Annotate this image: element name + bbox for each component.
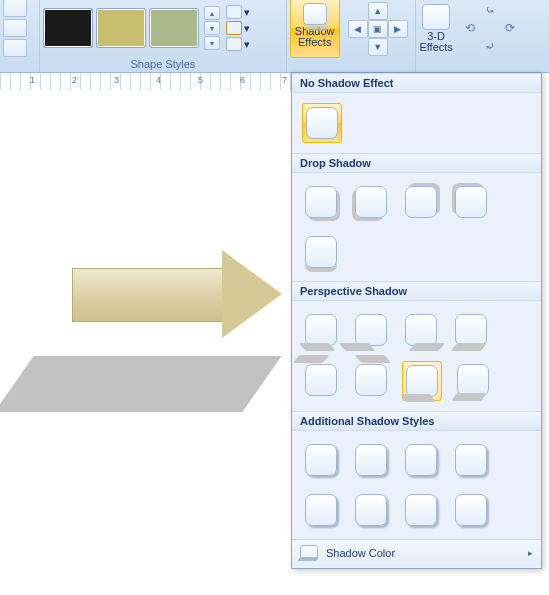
perspective-shadow-2[interactable] xyxy=(352,311,390,349)
gallery-more-icon[interactable]: ▾ xyxy=(204,36,220,50)
perspective-shadow-3[interactable] xyxy=(402,311,440,349)
chip-icon xyxy=(455,314,487,346)
drop-shadow-2[interactable] xyxy=(352,183,390,221)
shadow-none[interactable] xyxy=(302,103,342,143)
chip-icon xyxy=(355,186,387,218)
shadow-effects-group: Shadow Effects ▲ ▼ ◀ ▶ ▣ xyxy=(287,0,417,72)
insert-shapes-group xyxy=(0,0,40,72)
perspective-shadow-4[interactable] xyxy=(452,311,490,349)
shadow-effects-icon xyxy=(303,3,327,25)
arrow-shadow xyxy=(0,356,282,412)
shape-preset-3[interactable] xyxy=(3,39,27,57)
chip-icon xyxy=(455,494,487,526)
additional-shadow-8[interactable] xyxy=(452,491,490,529)
chip-icon xyxy=(405,494,437,526)
submenu-arrow-icon: ▸ xyxy=(528,548,533,558)
ruler-mark: 5 xyxy=(198,75,203,85)
shadow-nudge-pad: ▲ ▼ ◀ ▶ ▣ xyxy=(347,2,407,54)
three-d-button[interactable]: 3-D Effects xyxy=(419,4,452,53)
chip-icon xyxy=(355,494,387,526)
ruler-mark: 4 xyxy=(156,75,161,85)
paint-bucket-icon xyxy=(226,5,242,19)
shadow-group-label xyxy=(290,57,413,72)
chip-icon xyxy=(306,107,338,139)
chip-icon xyxy=(405,444,437,476)
style-gallery-scroll: ▴ ▾ ▾ xyxy=(204,6,220,50)
chip-icon xyxy=(305,186,337,218)
shape-style-sage[interactable] xyxy=(149,8,199,48)
tilt-up[interactable]: ⤿ xyxy=(481,2,499,18)
perspective-shadow-5[interactable] xyxy=(302,361,340,399)
three-d-label: 3-D Effects xyxy=(419,31,452,53)
chip-icon xyxy=(355,314,387,346)
chip-icon xyxy=(405,314,437,346)
tilt-down[interactable]: ⤾ xyxy=(481,38,499,54)
additional-shadow-2[interactable] xyxy=(352,441,390,479)
chip-icon xyxy=(305,444,337,476)
nudge-shadow-down[interactable]: ▼ xyxy=(368,38,388,56)
section-no-shadow: No Shadow Effect xyxy=(292,73,541,93)
chip-icon xyxy=(305,236,337,268)
insert-shapes-label xyxy=(3,57,36,72)
section-perspective-shadow: Perspective Shadow xyxy=(292,281,541,301)
perspective-shadow-6[interactable] xyxy=(352,361,390,399)
chip-icon xyxy=(455,444,487,476)
three-d-group: 3-D Effects ⤿ ⤾ ⟲ ⟳ xyxy=(416,0,549,72)
additional-shadow-3[interactable] xyxy=(402,441,440,479)
ruler-mark: 1 xyxy=(30,75,35,85)
tilt-left[interactable]: ⟲ xyxy=(461,20,479,36)
tilt-right[interactable]: ⟳ xyxy=(501,20,519,36)
chip-icon xyxy=(355,444,387,476)
chip-icon xyxy=(455,186,487,218)
nudge-shadow-right[interactable]: ▶ xyxy=(388,20,408,38)
drop-shadow-3[interactable] xyxy=(402,183,440,221)
drop-shadow-5[interactable] xyxy=(302,233,340,271)
additional-shadow-4[interactable] xyxy=(452,441,490,479)
chip-icon xyxy=(355,364,387,396)
shape-fill-button[interactable]: ▾ xyxy=(226,5,256,19)
shape-outline-button[interactable]: ▾ xyxy=(226,21,256,35)
gallery-down-icon[interactable]: ▾ xyxy=(204,21,220,35)
shadow-color-menu[interactable]: Shadow Color ▸ xyxy=(292,539,541,566)
perspective-shadow-8[interactable] xyxy=(454,361,492,399)
shape-style-black[interactable] xyxy=(43,8,93,48)
ruler-mark: 6 xyxy=(240,75,245,85)
shape-preset-1[interactable] xyxy=(3,0,27,17)
drop-shadow-1[interactable] xyxy=(302,183,340,221)
ruler-mark: 2 xyxy=(72,75,77,85)
ribbon: ▴ ▾ ▾ ▾ ▾ ▾ Shape Styles Shadow Effects … xyxy=(0,0,549,73)
ruler-mark: 3 xyxy=(114,75,119,85)
three-d-group-label xyxy=(419,57,546,72)
shape-preset-2[interactable] xyxy=(3,19,27,37)
shadow-color-icon xyxy=(300,545,318,561)
drop-shadow-4[interactable] xyxy=(452,183,490,221)
perspective-shadow-1[interactable] xyxy=(302,311,340,349)
section-additional-shadow: Additional Shadow Styles xyxy=(292,411,541,431)
additional-shadow-6[interactable] xyxy=(352,491,390,529)
chip-icon xyxy=(305,364,337,396)
chip-icon xyxy=(457,364,489,396)
perspective-shadow-7[interactable] xyxy=(402,361,442,401)
gallery-up-icon[interactable]: ▴ xyxy=(204,6,220,20)
shadow-effects-button[interactable]: Shadow Effects xyxy=(290,0,340,58)
additional-shadow-5[interactable] xyxy=(302,491,340,529)
nudge-shadow-up[interactable]: ▲ xyxy=(368,2,388,20)
change-shape-button[interactable]: ▾ xyxy=(226,37,256,51)
shadow-color-label: Shadow Color xyxy=(326,547,395,559)
shape-style-olive[interactable] xyxy=(96,8,146,48)
chip-icon xyxy=(406,365,438,397)
three-d-tilt-pad: ⤿ ⤾ ⟲ ⟳ xyxy=(460,2,520,54)
pencil-icon xyxy=(226,21,242,35)
additional-shadow-7[interactable] xyxy=(402,491,440,529)
arrow-shape[interactable] xyxy=(72,250,292,338)
nudge-shadow-left[interactable]: ◀ xyxy=(348,20,368,38)
additional-shadow-1[interactable] xyxy=(302,441,340,479)
three-d-icon xyxy=(422,4,450,30)
change-shape-icon xyxy=(226,37,242,51)
section-drop-shadow: Drop Shadow xyxy=(292,153,541,173)
chip-icon xyxy=(305,314,337,346)
shadow-toggle[interactable]: ▣ xyxy=(368,20,388,38)
shape-styles-group: ▴ ▾ ▾ ▾ ▾ ▾ Shape Styles xyxy=(40,0,287,72)
shadow-effects-gallery: No Shadow Effect Drop Shadow Perspective… xyxy=(291,72,542,569)
chip-icon xyxy=(305,494,337,526)
